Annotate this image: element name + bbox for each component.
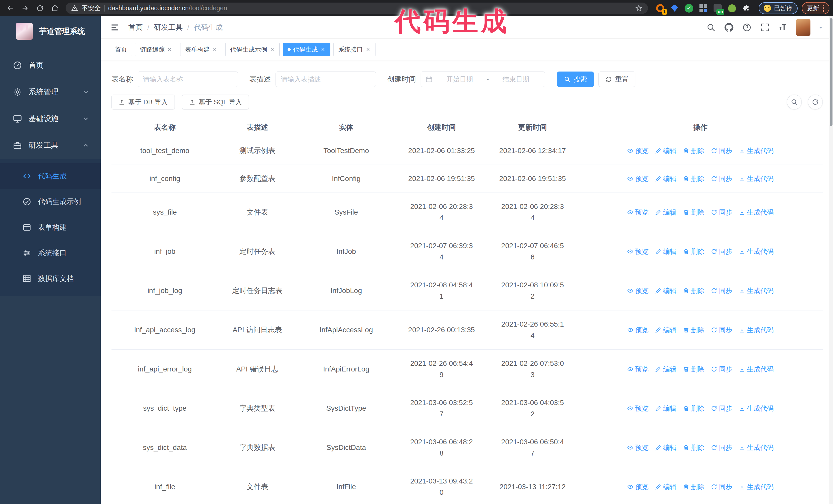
breadcrumb-item[interactable]: 首页 xyxy=(128,23,143,32)
action-generate[interactable]: 生成代码 xyxy=(739,173,774,184)
close-icon[interactable] xyxy=(320,47,326,52)
close-icon[interactable] xyxy=(270,47,275,52)
action-sync[interactable]: 同步 xyxy=(711,442,732,453)
sidebar-item-monitor[interactable]: 基础设施 xyxy=(0,105,101,132)
action-delete[interactable]: 删除 xyxy=(683,481,704,493)
action-generate[interactable]: 生成代码 xyxy=(739,324,774,336)
sidebar-item-gear[interactable]: 系统管理 xyxy=(0,79,101,105)
action-delete[interactable]: 删除 xyxy=(683,442,704,453)
address-bar[interactable]: 不安全 dashboard.yudao.iocoder.cn/tool/code… xyxy=(66,3,648,14)
action-edit[interactable]: 编辑 xyxy=(655,403,676,414)
url-text[interactable]: dashboard.yudao.iocoder.cn/tool/codegen xyxy=(108,4,227,12)
table-name-input[interactable] xyxy=(138,72,238,87)
action-delete[interactable]: 删除 xyxy=(683,324,704,336)
action-preview[interactable]: 预览 xyxy=(627,403,648,414)
close-icon[interactable] xyxy=(212,47,217,52)
extensions-puzzle-icon[interactable] xyxy=(742,4,751,13)
action-preview[interactable]: 预览 xyxy=(627,363,648,375)
sidebar-subitem-form[interactable]: 表单构建 xyxy=(0,215,101,240)
action-edit[interactable]: 编辑 xyxy=(655,207,676,218)
action-generate[interactable]: 生成代码 xyxy=(739,481,774,493)
action-edit[interactable]: 编辑 xyxy=(655,481,676,493)
sidebar-logo-row[interactable]: 芋道管理系统 xyxy=(0,16,101,45)
font-size-icon[interactable] xyxy=(778,23,787,32)
toggle-search-button[interactable] xyxy=(787,95,802,110)
action-edit[interactable]: 编辑 xyxy=(655,363,676,375)
action-edit[interactable]: 编辑 xyxy=(655,246,676,257)
search-icon[interactable] xyxy=(706,23,716,32)
extension-gem-icon[interactable] xyxy=(670,4,679,13)
github-icon[interactable] xyxy=(724,23,734,32)
sidebar-item-toolbox[interactable]: 研发工具 xyxy=(0,132,101,159)
action-preview[interactable]: 预览 xyxy=(627,145,648,157)
action-sync[interactable]: 同步 xyxy=(711,207,732,218)
action-sync[interactable]: 同步 xyxy=(711,403,732,414)
action-delete[interactable]: 删除 xyxy=(683,363,704,375)
action-edit[interactable]: 编辑 xyxy=(655,324,676,336)
action-generate[interactable]: 生成代码 xyxy=(739,403,774,414)
action-delete[interactable]: 删除 xyxy=(683,246,704,257)
action-generate[interactable]: 生成代码 xyxy=(739,363,774,375)
action-preview[interactable]: 预览 xyxy=(627,324,648,336)
action-delete[interactable]: 删除 xyxy=(683,207,704,218)
close-icon[interactable] xyxy=(167,47,172,52)
search-button[interactable]: 搜索 xyxy=(557,72,594,87)
import-db-button[interactable]: 基于 DB 导入 xyxy=(112,95,175,110)
action-sync[interactable]: 同步 xyxy=(711,246,732,257)
action-edit[interactable]: 编辑 xyxy=(655,442,676,453)
extension-android-icon[interactable] xyxy=(728,4,737,13)
tab-item[interactable]: 首页 xyxy=(110,43,132,56)
action-generate[interactable]: 生成代码 xyxy=(739,246,774,257)
tab-item[interactable]: 系统接口 xyxy=(333,43,376,56)
action-preview[interactable]: 预览 xyxy=(627,246,648,257)
action-generate[interactable]: 生成代码 xyxy=(739,207,774,218)
fullscreen-icon[interactable] xyxy=(760,23,769,32)
tab-item[interactable]: 代码生成示例 xyxy=(225,43,280,56)
sidebar-subitem-code[interactable]: 代码生成 xyxy=(0,163,101,189)
action-generate[interactable]: 生成代码 xyxy=(739,285,774,296)
hamburger-icon[interactable] xyxy=(110,23,120,32)
action-edit[interactable]: 编辑 xyxy=(655,285,676,296)
breadcrumb-item[interactable]: 研发工具 xyxy=(154,23,183,32)
extension-grid-icon[interactable] xyxy=(699,4,708,13)
action-sync[interactable]: 同步 xyxy=(711,363,732,375)
extension-dark-icon[interactable]: on xyxy=(713,4,722,13)
table-desc-input[interactable] xyxy=(276,72,376,87)
browser-update-button[interactable]: 更新 xyxy=(802,2,829,14)
action-delete[interactable]: 删除 xyxy=(683,145,704,157)
extension-check-icon[interactable]: ✓ xyxy=(684,4,694,13)
browser-back-button[interactable] xyxy=(4,2,17,15)
action-edit[interactable]: 编辑 xyxy=(655,145,676,157)
action-delete[interactable]: 删除 xyxy=(683,173,704,184)
action-sync[interactable]: 同步 xyxy=(711,145,732,157)
action-preview[interactable]: 预览 xyxy=(627,481,648,493)
action-generate[interactable]: 生成代码 xyxy=(739,442,774,453)
bookmark-star-icon[interactable] xyxy=(635,5,642,12)
security-label[interactable]: 不安全 xyxy=(81,4,101,12)
browser-reload-button[interactable] xyxy=(33,2,47,15)
sidebar-item-dashboard[interactable]: 首页 xyxy=(0,52,101,79)
browser-profile-chip[interactable]: 已暂停 xyxy=(759,2,798,14)
action-generate[interactable]: 生成代码 xyxy=(739,145,774,157)
help-icon[interactable] xyxy=(742,23,752,32)
action-delete[interactable]: 删除 xyxy=(683,403,704,414)
scrollbar-thumb[interactable] xyxy=(830,18,832,126)
action-preview[interactable]: 预览 xyxy=(627,285,648,296)
action-sync[interactable]: 同步 xyxy=(711,481,732,493)
action-sync[interactable]: 同步 xyxy=(711,285,732,296)
avatar-caret-icon[interactable] xyxy=(818,24,824,30)
reset-button[interactable]: 重置 xyxy=(598,72,635,87)
close-icon[interactable] xyxy=(365,47,371,52)
user-avatar[interactable] xyxy=(796,19,810,36)
date-start-placeholder[interactable]: 开始日期 xyxy=(435,75,484,84)
action-preview[interactable]: 预览 xyxy=(627,173,648,184)
kebab-menu-icon[interactable] xyxy=(823,4,824,12)
date-end-placeholder[interactable]: 结束日期 xyxy=(491,75,540,84)
tab-item[interactable]: 链路追踪 xyxy=(135,43,177,56)
action-sync[interactable]: 同步 xyxy=(711,324,732,336)
tab-item[interactable]: 表单构建 xyxy=(180,43,222,56)
sidebar-subitem-check-circle[interactable]: 代码生成示例 xyxy=(0,189,101,215)
browser-forward-button[interactable] xyxy=(19,2,32,15)
action-sync[interactable]: 同步 xyxy=(711,173,732,184)
refresh-table-button[interactable] xyxy=(808,95,823,110)
